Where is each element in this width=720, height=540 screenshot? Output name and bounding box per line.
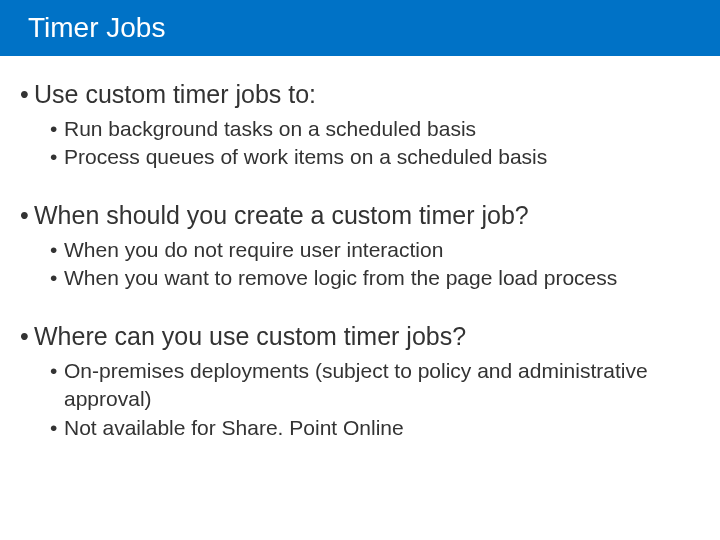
bullet-icon: • xyxy=(20,78,34,111)
section-0: •Use custom timer jobs to: •Run backgrou… xyxy=(24,78,686,171)
list-item-text: Not available for Share. Point Online xyxy=(64,416,404,439)
section-1: •When should you create a custom timer j… xyxy=(24,199,686,292)
section-heading: •Where can you use custom timer jobs? xyxy=(24,320,686,353)
list-item: •When you do not require user interactio… xyxy=(64,236,686,264)
slide-title-bar: Timer Jobs xyxy=(0,0,720,56)
bullet-icon: • xyxy=(50,143,64,171)
section-items: •Run background tasks on a scheduled bas… xyxy=(24,115,686,172)
list-item-text: When you do not require user interaction xyxy=(64,238,443,261)
bullet-icon: • xyxy=(20,320,34,353)
list-item: •On-premises deployments (subject to pol… xyxy=(64,357,686,414)
section-heading-text: Use custom timer jobs to: xyxy=(34,80,316,108)
bullet-icon: • xyxy=(50,414,64,442)
list-item: •Not available for Share. Point Online xyxy=(64,414,686,442)
section-items: •On-premises deployments (subject to pol… xyxy=(24,357,686,442)
slide-body: •Use custom timer jobs to: •Run backgrou… xyxy=(0,56,720,442)
list-item-text: Process queues of work items on a schedu… xyxy=(64,145,547,168)
list-item-text: Run background tasks on a scheduled basi… xyxy=(64,117,476,140)
list-item-text: When you want to remove logic from the p… xyxy=(64,266,617,289)
list-item: •Run background tasks on a scheduled bas… xyxy=(64,115,686,143)
section-heading: •Use custom timer jobs to: xyxy=(24,78,686,111)
bullet-icon: • xyxy=(20,199,34,232)
bullet-icon: • xyxy=(50,357,64,385)
bullet-icon: • xyxy=(50,115,64,143)
bullet-icon: • xyxy=(50,236,64,264)
section-heading-text: Where can you use custom timer jobs? xyxy=(34,322,466,350)
section-heading: •When should you create a custom timer j… xyxy=(24,199,686,232)
list-item: •Process queues of work items on a sched… xyxy=(64,143,686,171)
section-heading-text: When should you create a custom timer jo… xyxy=(34,201,529,229)
section-items: •When you do not require user interactio… xyxy=(24,236,686,293)
list-item: •When you want to remove logic from the … xyxy=(64,264,686,292)
list-item-text: On-premises deployments (subject to poli… xyxy=(64,359,648,410)
section-2: •Where can you use custom timer jobs? •O… xyxy=(24,320,686,442)
slide-title: Timer Jobs xyxy=(28,12,165,44)
bullet-icon: • xyxy=(50,264,64,292)
